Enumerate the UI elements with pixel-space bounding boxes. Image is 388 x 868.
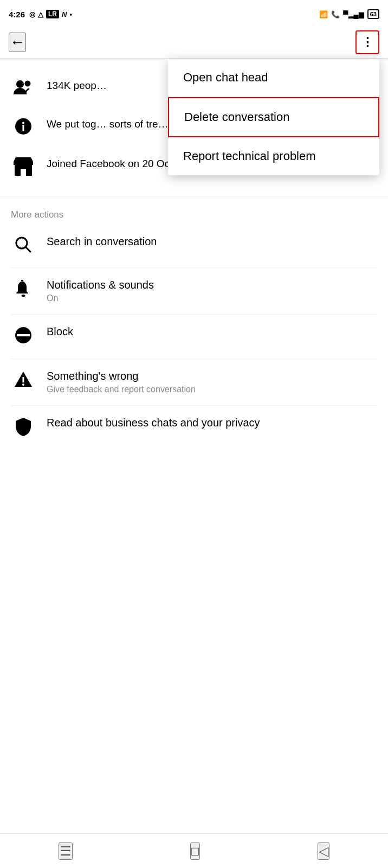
svg-rect-3	[23, 125, 24, 131]
info-icon	[11, 118, 36, 139]
something-wrong-title: Something's wrong	[47, 370, 196, 382]
notifications-title: Notifications & sounds	[47, 279, 154, 291]
block-title: Block	[47, 326, 73, 338]
status-time: 4:26 ◎ △ LR N •	[9, 10, 72, 19]
status-right-icons: 📶 📞 ▀▂▄▆ 63	[319, 9, 379, 19]
dropdown-report-technical[interactable]: Report technical problem	[168, 137, 379, 175]
svg-point-4	[22, 122, 24, 124]
bell-icon	[11, 280, 36, 301]
nav-back-button[interactable]: ◁	[318, 843, 329, 860]
svg-point-1	[25, 81, 31, 87]
battery-icon: 63	[367, 9, 379, 19]
people-icon	[11, 79, 36, 99]
members-text: 134K peop…	[47, 78, 107, 94]
action-block[interactable]: Block	[11, 315, 377, 359]
action-privacy[interactable]: Read about business chats and your priva…	[11, 406, 377, 451]
toolbar: ← ⋮	[0, 26, 388, 59]
block-icon	[11, 327, 36, 348]
block-text-wrap: Block	[47, 326, 73, 338]
more-menu-button[interactable]: ⋮	[355, 30, 379, 54]
svg-point-9	[22, 295, 25, 297]
svg-rect-6	[21, 169, 26, 176]
something-wrong-text-wrap: Something's wrong Give feedback and repo…	[47, 370, 196, 394]
status-bar: 4:26 ◎ △ LR N • 📶 📞 ▀▂▄▆ 63	[0, 0, 388, 26]
search-text-wrap: Search in conversation	[47, 235, 157, 248]
action-something-wrong[interactable]: Something's wrong Give feedback and repo…	[11, 359, 377, 406]
dropdown-open-chat-head[interactable]: Open chat head	[168, 59, 379, 97]
search-title: Search in conversation	[47, 235, 157, 248]
store-icon	[11, 157, 36, 180]
shield-icon	[11, 418, 36, 440]
wifi-icon: 📶	[319, 10, 328, 18]
notifications-text-wrap: Notifications & sounds On	[47, 279, 154, 303]
svg-point-13	[22, 384, 24, 386]
privacy-title: Read about business chats and your priva…	[47, 417, 260, 429]
action-notifications[interactable]: Notifications & sounds On	[11, 268, 377, 315]
call-icon: 📞	[331, 10, 340, 18]
action-search[interactable]: Search in conversation	[11, 225, 377, 268]
status-app-icons: ◎ △ LR N •	[29, 10, 72, 18]
signal-icon: ▀▂▄▆	[343, 10, 364, 18]
more-actions-label: More actions	[11, 209, 377, 220]
dropdown-delete-conversation[interactable]: Delete conversation	[168, 97, 379, 137]
warning-icon	[11, 371, 36, 391]
notifications-subtitle: On	[47, 293, 154, 303]
privacy-text-wrap: Read about business chats and your priva…	[47, 417, 260, 429]
svg-rect-12	[23, 377, 24, 382]
search-icon	[11, 237, 36, 257]
something-wrong-subtitle: Give feedback and report conversation	[47, 385, 196, 394]
svg-line-8	[26, 247, 31, 252]
svg-rect-11	[17, 334, 30, 336]
nav-home-button[interactable]: □	[190, 843, 201, 860]
nav-menu-button[interactable]: ☰	[59, 843, 73, 860]
section-divider	[0, 196, 388, 196]
dropdown-menu: Open chat head Delete conversation Repor…	[168, 59, 379, 175]
back-button[interactable]: ←	[9, 33, 26, 52]
svg-point-0	[16, 80, 24, 88]
more-actions-section: More actions Search in conversation	[0, 199, 388, 451]
bottom-nav: ☰ □ ◁	[0, 833, 388, 868]
